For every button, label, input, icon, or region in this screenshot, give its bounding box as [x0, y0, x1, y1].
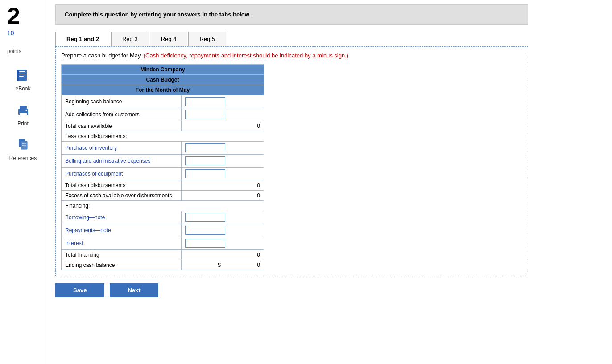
excess-value: 0	[182, 191, 264, 201]
table-row: Less cash disbursements:	[62, 131, 264, 142]
collections-input[interactable]	[185, 110, 225, 119]
table-row: Interest	[62, 237, 264, 250]
selling-admin-input[interactable]	[185, 156, 225, 165]
row-label: Ending cash balance	[62, 260, 182, 270]
tab-req1and2[interactable]: Req 1 and 2	[55, 32, 110, 46]
row-label: Total cash disbursements	[62, 180, 182, 191]
total-disbursements: 0	[182, 180, 264, 191]
company-header: Minden Company	[62, 65, 264, 75]
svg-rect-14	[22, 147, 25, 147]
svg-rect-0	[18, 70, 27, 81]
input-cell	[182, 224, 264, 237]
header-title-row: Cash Budget	[62, 75, 264, 85]
table-row: Total financing 0	[62, 250, 264, 260]
input-cell	[182, 142, 264, 155]
points-label: points	[0, 48, 21, 54]
references-icon	[15, 137, 31, 153]
budget-table: Minden Company Cash Budget For the Month…	[61, 64, 264, 270]
row-label: Add collections from customers	[62, 108, 182, 121]
tab-content: Prepare a cash budget for May. (Cash def…	[55, 46, 528, 276]
tab-req4[interactable]: Req 4	[150, 32, 188, 46]
repayments-input[interactable]	[185, 226, 225, 235]
question-number: 2	[0, 4, 20, 28]
table-row: Repayments—note	[62, 224, 264, 237]
table-row: Selling and administrative expenses	[62, 155, 264, 168]
svg-point-9	[25, 110, 27, 111]
row-label: Purchase of inventory	[62, 142, 182, 155]
input-cell	[182, 155, 264, 168]
disbursements-label: Less cash disbursements:	[62, 131, 264, 142]
table-row: Purchases of equipment	[62, 168, 264, 180]
interest-input[interactable]	[185, 239, 225, 248]
row-label: Total financing	[62, 250, 182, 260]
tab-req3[interactable]: Req 3	[111, 32, 149, 46]
ebook-label: eBook	[15, 86, 30, 92]
purchase-inventory-input[interactable]	[185, 143, 225, 152]
next-button[interactable]: Next	[110, 283, 158, 297]
row-label: Borrowing—note	[62, 211, 182, 224]
table-row: Beginning cash balance	[62, 95, 264, 108]
bottom-buttons: Save Next	[55, 283, 603, 297]
print-label: Print	[17, 120, 29, 127]
input-cell	[182, 95, 264, 108]
row-label: Selling and administrative expenses	[62, 155, 182, 168]
points-value: 10	[0, 29, 14, 37]
main-content: Complete this question by entering your …	[46, 0, 612, 364]
sidebar: 2 10 points eBook Print	[0, 0, 46, 364]
instruction-red: (Cash deficiency, repayments and interes…	[144, 52, 348, 59]
book-icon	[15, 68, 31, 84]
input-cell	[182, 237, 264, 250]
row-label: Purchases of equipment	[62, 168, 182, 180]
table-row: Borrowing—note	[62, 211, 264, 224]
svg-rect-4	[17, 70, 19, 81]
total-financing: 0	[182, 250, 264, 260]
table-row: Add collections from customers	[62, 108, 264, 121]
tabs-container: Req 1 and 2 Req 3 Req 4 Req 5	[55, 32, 528, 46]
table-row: Total cash disbursements 0	[62, 180, 264, 191]
row-label: Excess of cash available over disburseme…	[62, 191, 182, 201]
references-label: References	[9, 155, 37, 161]
ending-cash-balance: 0	[222, 260, 264, 270]
tab-instruction: Prepare a cash budget for May. (Cash def…	[61, 52, 522, 59]
input-cell	[182, 168, 264, 180]
row-label: Total cash available	[62, 121, 182, 131]
row-label: Beginning cash balance	[62, 95, 182, 108]
input-cell	[182, 108, 264, 121]
svg-rect-3	[19, 76, 24, 77]
table-row: Excess of cash available over disburseme…	[62, 191, 264, 201]
financing-label: Financing:	[62, 201, 264, 211]
borrowing-input[interactable]	[185, 213, 225, 222]
equipment-input[interactable]	[185, 169, 225, 178]
tab-req5[interactable]: Req 5	[188, 32, 226, 46]
row-label: Interest	[62, 237, 182, 250]
header-company-row: Minden Company	[62, 65, 264, 75]
title-header: Cash Budget	[62, 75, 264, 85]
row-label: Repayments—note	[62, 224, 182, 237]
instruction-text: Complete this question by entering your …	[65, 11, 251, 18]
svg-rect-2	[19, 74, 25, 74]
svg-rect-12	[22, 143, 26, 144]
instruction-banner: Complete this question by entering your …	[55, 4, 528, 25]
input-cell	[182, 211, 264, 224]
header-period-row: For the Month of May	[62, 85, 264, 95]
table-row: Total cash available 0	[62, 121, 264, 131]
period-header: For the Month of May	[62, 85, 264, 95]
table-row: Financing:	[62, 201, 264, 211]
table-row: Ending cash balance $ 0	[62, 260, 264, 270]
svg-rect-13	[22, 145, 26, 146]
svg-rect-1	[19, 71, 25, 72]
instruction-plain: Prepare a cash budget for May.	[61, 52, 144, 59]
sidebar-item-references[interactable]: References	[9, 137, 37, 161]
table-row: Purchase of inventory	[62, 142, 264, 155]
svg-rect-6	[20, 106, 27, 110]
svg-rect-8	[20, 112, 27, 113]
sidebar-item-ebook[interactable]: eBook	[15, 68, 31, 92]
beginning-cash-input[interactable]	[185, 97, 225, 106]
print-icon	[15, 102, 31, 119]
save-button[interactable]: Save	[55, 283, 104, 297]
total-cash-available: 0	[182, 121, 264, 131]
sidebar-item-print[interactable]: Print	[15, 102, 31, 127]
dollar-sign-cell: $	[182, 260, 222, 270]
